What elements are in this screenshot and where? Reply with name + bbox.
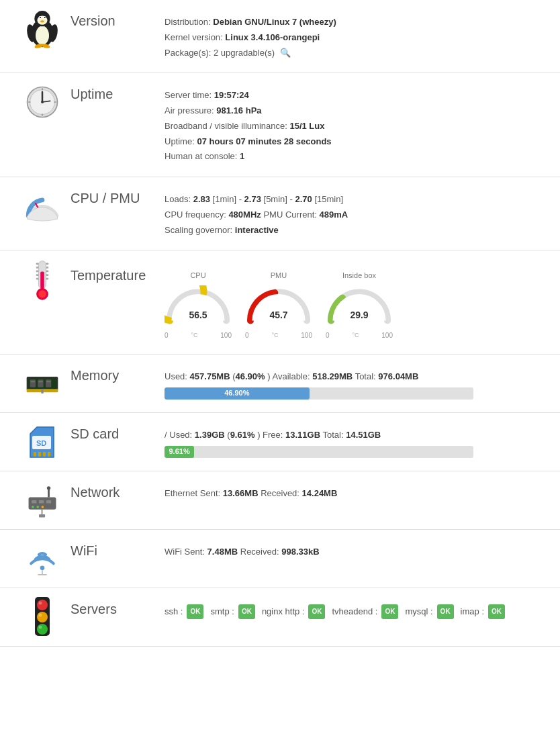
human-console: Human at console: 1	[165, 149, 547, 165]
sdcard-progress-bar: 9.61%	[165, 446, 194, 458]
svg-point-65	[41, 506, 44, 508]
cpu-gov: Scaling governor: interactive	[165, 223, 547, 238]
temperature-icon-col	[13, 263, 71, 296]
svg-rect-27	[36, 270, 38, 272]
wifi-icon	[26, 542, 59, 575]
svg-rect-60	[32, 500, 36, 504]
thermometer-icon	[26, 263, 59, 296]
speedometer-icon	[26, 189, 59, 223]
svg-rect-45	[38, 379, 43, 387]
uptime-value: Uptime: 07 hours 07 minutes 28 seconds	[165, 134, 547, 150]
svg-text:56.5: 56.5	[189, 310, 207, 320]
uptime-label: Uptime	[71, 85, 165, 102]
server-status-tvheadend: OK	[381, 604, 398, 619]
server-status-mysql: OK	[437, 604, 454, 619]
memory-stats: Used: 457.75MB (46.90% ) Available: 518.…	[165, 369, 547, 385]
svg-rect-53	[34, 452, 36, 457]
gauge-pmu: PMU45.70°C100	[245, 269, 312, 342]
memory-label: Memory	[71, 367, 165, 383]
svg-point-68	[40, 565, 44, 570]
svg-point-74	[37, 624, 48, 635]
servers-section: Servers ssh :OK smtp :OK nginx http :OK …	[0, 588, 560, 647]
servers-icon-col	[13, 600, 71, 634]
version-label: Version	[71, 12, 165, 29]
network-icon	[26, 483, 59, 517]
network-label: Network	[71, 483, 165, 500]
svg-rect-47	[41, 389, 43, 393]
uptime-content: Server time: 19:57:24 Air pressure: 981.…	[165, 85, 547, 165]
sdcard-icon-col: SD	[13, 425, 71, 459]
svg-rect-50	[46, 381, 50, 383]
svg-rect-26	[36, 267, 38, 269]
version-distribution: Distribution: Debian GNU/Linux 7 (wheezy…	[165, 15, 547, 30]
svg-rect-34	[46, 277, 48, 279]
svg-rect-33	[46, 274, 48, 276]
svg-rect-28	[36, 274, 38, 276]
clock-icon	[26, 85, 59, 119]
memory-section: Memory Used: 457.75MB (46.90% ) Availabl…	[0, 355, 560, 413]
svg-point-59	[46, 486, 50, 490]
svg-rect-61	[39, 500, 44, 504]
servers-content: ssh :OK smtp :OK nginx http :OK tvheaden…	[165, 600, 547, 620]
network-section: Network Ethernet Sent: 13.66MB Received:…	[0, 471, 560, 530]
memory-progress-wrap: 46.90%	[165, 387, 473, 400]
svg-point-8	[40, 20, 44, 22]
svg-rect-25	[36, 263, 38, 265]
air-pressure: Air pressure: 981.16 hPa	[165, 103, 547, 119]
server-name-nginx-http: nginx http :	[262, 603, 305, 620]
temperature-section: Temperature CPU56.50°C100PMU45.70°C100In…	[0, 250, 560, 355]
gauges-container: CPU56.50°C100PMU45.70°C100Inside box29.9…	[165, 269, 547, 342]
wifi-stats: WiFi Sent: 7.48MB Received: 998.33kB	[165, 545, 547, 560]
svg-point-72	[37, 600, 48, 610]
server-status-smtp: OK	[238, 604, 255, 619]
server-status-ssh: OK	[187, 604, 203, 619]
gauge-cpu: CPU56.50°C100	[165, 269, 232, 342]
svg-point-6	[40, 17, 41, 18]
version-section: Version Distribution: Debian GNU/Linux 7…	[0, 0, 560, 73]
svg-point-1	[36, 26, 49, 44]
svg-point-37	[38, 290, 46, 297]
wifi-icon-col	[13, 542, 71, 575]
sdcard-label: SD card	[71, 425, 165, 442]
cpu-content: Loads: 2.83 [1min] - 2.73 [5min] - 2.70 …	[165, 189, 547, 238]
wifi-section: WiFi WiFi Sent: 7.48MB Received: 998.33k…	[0, 530, 560, 588]
svg-rect-55	[43, 452, 46, 457]
cpu-freq: CPU frequency: 480MHz PMU Current: 489mA	[165, 207, 547, 223]
server-status-imap: OK	[488, 604, 505, 619]
svg-point-73	[37, 612, 48, 622]
server-time: Server time: 19:57:24	[165, 88, 547, 103]
svg-rect-54	[38, 452, 41, 457]
cpu-icon-col	[13, 189, 71, 223]
version-kernel: Kernel version: Linux 3.4.106-orangepi	[165, 30, 547, 46]
svg-point-76	[38, 613, 42, 616]
svg-point-77	[38, 625, 42, 629]
svg-rect-56	[48, 452, 50, 457]
sdcard-icon: SD	[26, 425, 59, 459]
server-name-imap: imap :	[461, 603, 484, 620]
sdcard-section: SD SD card / Used: 1.39GB (9.61% ) Free:…	[0, 413, 560, 471]
search-icon[interactable]: 🔍	[280, 48, 291, 58]
memory-content: Used: 457.75MB (46.90% ) Available: 518.…	[165, 367, 547, 400]
network-stats: Ethernet Sent: 13.66MB Received: 14.24MB	[165, 486, 547, 502]
svg-text:45.7: 45.7	[269, 310, 287, 320]
wifi-content: WiFi Sent: 7.48MB Received: 998.33kB	[165, 542, 547, 560]
version-content: Distribution: Debian GNU/Linux 7 (wheezy…	[165, 12, 547, 60]
ram-icon	[26, 367, 59, 400]
version-icon-col	[13, 12, 71, 46]
server-name-tvheadend: tvheadend :	[332, 603, 377, 620]
uptime-section: Uptime Server time: 19:57:24 Air pressur…	[0, 73, 560, 177]
servers-label: Servers	[71, 600, 165, 617]
server-name-ssh: ssh :	[165, 603, 183, 620]
svg-point-64	[36, 506, 39, 508]
svg-rect-62	[46, 500, 50, 504]
svg-rect-30	[46, 263, 48, 265]
svg-text:SD: SD	[36, 439, 46, 447]
cpu-loads: Loads: 2.83 [1min] - 2.73 [5min] - 2.70 …	[165, 192, 547, 207]
svg-rect-32	[46, 270, 48, 272]
svg-rect-48	[30, 381, 35, 383]
memory-icon-col	[13, 367, 71, 400]
svg-point-75	[38, 601, 42, 604]
svg-rect-46	[46, 379, 51, 387]
wifi-label: WiFi	[71, 542, 165, 559]
svg-rect-49	[38, 381, 43, 383]
